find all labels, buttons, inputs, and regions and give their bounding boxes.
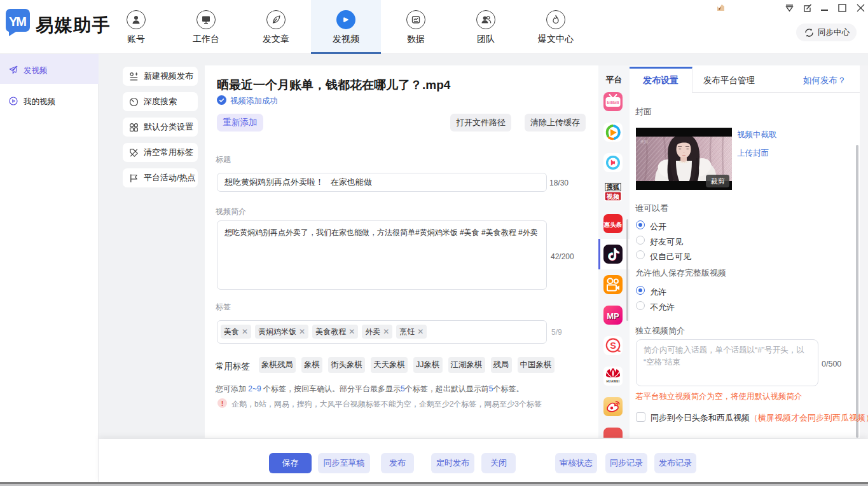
svg-text:裁剪: 裁剪 — [711, 177, 725, 185]
svg-text:MP: MP — [607, 311, 619, 321]
svg-text:YM: YM — [9, 15, 26, 29]
svg-text:惠头条: 惠头条 — [603, 221, 623, 228]
svg-text:搜狐: 搜狐 — [606, 184, 620, 191]
svg-text:美拍: 美拍 — [640, 139, 648, 144]
svg-text:bilibili: bilibili — [607, 100, 619, 105]
svg-text:视频: 视频 — [606, 193, 620, 200]
svg-text:HUAWEI: HUAWEI — [607, 380, 620, 383]
svg-text:S: S — [610, 341, 616, 351]
